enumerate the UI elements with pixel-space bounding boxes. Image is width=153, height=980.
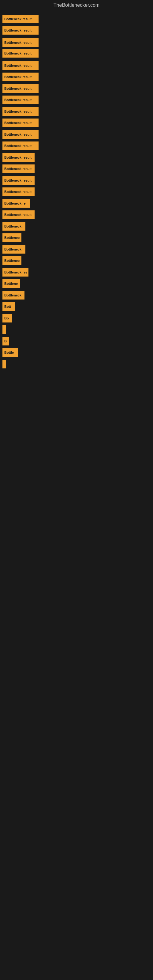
bar-label: Bottleneck result (4, 190, 32, 194)
bar-label: Bottle (4, 351, 14, 354)
site-title: TheBottlenecker.com (0, 0, 153, 9)
bar-item: Bottleneck result (2, 15, 38, 23)
bar-item: Bottle (2, 348, 18, 357)
bar-item: Bottleneck result (2, 95, 38, 104)
bar-item: Bottleneck result (2, 26, 38, 35)
bar-label: Bottleneck res (4, 270, 27, 274)
bar-item: | (2, 360, 6, 368)
bar-label: Bottleneck result (4, 29, 32, 32)
bar-label: Bottleneck result (4, 17, 32, 21)
bar-label: Bottleneck (4, 259, 19, 262)
bar-label: Bottleneck result (4, 51, 32, 55)
bar-label: Bottleneck result (4, 110, 32, 113)
bar-item: Bottleneck result (2, 153, 35, 162)
bar-item: Bottleneck result (2, 130, 38, 139)
bar-item: Bottleneck result (2, 119, 38, 127)
bar-item: Bottleneck r (2, 245, 26, 254)
bar-label: Bottleneck result (4, 75, 32, 79)
bar-item: Bottleneck result (2, 176, 35, 185)
bar-label: Bottleneck result (4, 213, 32, 216)
bar-item: Bottleneck result (2, 73, 38, 81)
bar-label: Bottleneck re (4, 202, 26, 205)
bar-label: Bottleneck r (4, 247, 24, 251)
bar-label: Bottleneck result (4, 98, 32, 102)
bar-item: Bott (2, 302, 15, 311)
bar-label: Bottleneck result (4, 178, 32, 182)
bar-label: Bottleneck result (4, 87, 32, 90)
bar-item: B (2, 337, 9, 345)
bar-item: Bottleneck result (2, 84, 38, 93)
bar-item: Bottlene (2, 279, 20, 288)
bar-label: Bottleneck result (4, 41, 32, 45)
bar-item: Bottleneck (2, 256, 21, 265)
bar-item: Bottleneck re (2, 199, 30, 208)
bar-label: Bottleneck r (4, 293, 22, 297)
bar-label: Bottleneck result (4, 64, 32, 67)
bar-item: Bottleneck result (2, 188, 35, 196)
bar-label: Bottleneck result (4, 144, 32, 148)
bar-label: Bottleneck result (4, 133, 32, 136)
bar-label: Bottlenec (4, 236, 19, 240)
bar-item: Bottleneck result (2, 107, 38, 116)
chart-area: Bottleneck resultBottleneck resultBottle… (0, 9, 153, 977)
bar-item: Bo (2, 314, 12, 323)
bar-label: Bottleneck result (4, 121, 32, 125)
bar-item: Bottleneck result (2, 142, 38, 150)
bar-label: Bottlene (4, 282, 18, 285)
bar-item: Bottleneck r (2, 222, 26, 231)
bar-item: Bottleneck result (2, 49, 38, 57)
bar-item: Bottleneck result (2, 210, 35, 219)
bar-item: Bottleneck result (2, 38, 38, 47)
bar-item: Bottleneck result (2, 61, 38, 70)
bar-item: Bottleneck result (2, 164, 35, 173)
bar-label: B (4, 339, 7, 343)
bar-item: Bottlenec (2, 233, 21, 242)
bar-label: Bottleneck result (4, 167, 32, 170)
bar-item: Bottleneck res (2, 268, 29, 277)
bar-label: Bott (4, 305, 11, 309)
bar-label: Bo (4, 317, 9, 320)
bar-label: Bottleneck result (4, 156, 32, 159)
bar-item: Bottleneck r (2, 291, 24, 299)
bar-item: | (2, 325, 6, 334)
bar-label: Bottleneck r (4, 224, 24, 228)
